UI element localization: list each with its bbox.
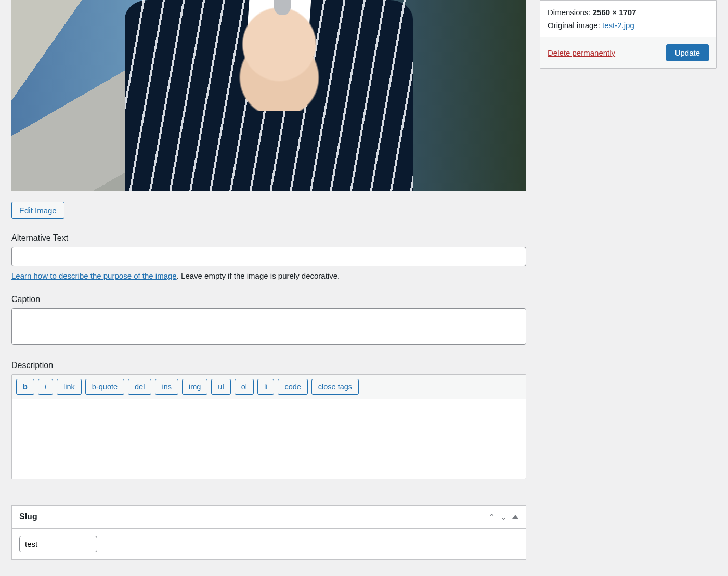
alt-text-help-link[interactable]: Learn how to describe the purpose of the… xyxy=(11,271,177,280)
metabox-move-down-icon[interactable]: ⌄ xyxy=(500,512,507,522)
qt-ul-button[interactable]: ul xyxy=(211,379,230,395)
alt-text-input[interactable] xyxy=(11,247,526,266)
caption-label: Caption xyxy=(11,295,526,304)
original-image-link[interactable]: test-2.jpg xyxy=(602,21,634,30)
qt-code-button[interactable]: code xyxy=(278,379,307,395)
qt-ins-button[interactable]: ins xyxy=(155,379,178,395)
qt-blockquote-button[interactable]: b-quote xyxy=(85,379,124,395)
description-input[interactable] xyxy=(12,399,526,477)
delete-permanently-link[interactable]: Delete permanently xyxy=(548,48,615,57)
qt-li-button[interactable]: li xyxy=(257,379,274,395)
update-button[interactable]: Update xyxy=(666,44,709,61)
original-image-label: Original image: xyxy=(548,21,602,30)
description-label: Description xyxy=(11,361,526,370)
metabox-toggle-icon[interactable] xyxy=(512,515,518,519)
qt-closetags-button[interactable]: close tags xyxy=(311,379,359,395)
qt-del-button[interactable]: del xyxy=(128,379,151,395)
alt-text-help-suffix: . Leave empty if the image is purely dec… xyxy=(177,271,340,280)
slug-metabox-title: Slug xyxy=(19,512,37,521)
quicktags-toolbar: b i link b-quote del ins img ul ol li co… xyxy=(12,375,526,399)
caption-input[interactable] xyxy=(11,308,526,345)
dimensions-value: 2560 × 1707 xyxy=(593,8,636,17)
save-metabox: Dimensions: 2560 × 1707 Original image: … xyxy=(540,0,717,69)
attachment-preview-image xyxy=(11,0,526,191)
alt-text-label: Alternative Text xyxy=(11,233,526,243)
qt-italic-button[interactable]: i xyxy=(38,379,53,395)
dimensions-label: Dimensions: xyxy=(548,8,593,17)
qt-link-button[interactable]: link xyxy=(57,379,82,395)
edit-image-button[interactable]: Edit Image xyxy=(11,202,64,219)
slug-input[interactable] xyxy=(19,536,97,552)
qt-bold-button[interactable]: b xyxy=(16,379,34,395)
slug-metabox: Slug ⌃ ⌄ xyxy=(11,505,526,560)
metabox-move-up-icon[interactable]: ⌃ xyxy=(488,512,495,522)
qt-ol-button[interactable]: ol xyxy=(235,379,254,395)
qt-img-button[interactable]: img xyxy=(182,379,207,395)
